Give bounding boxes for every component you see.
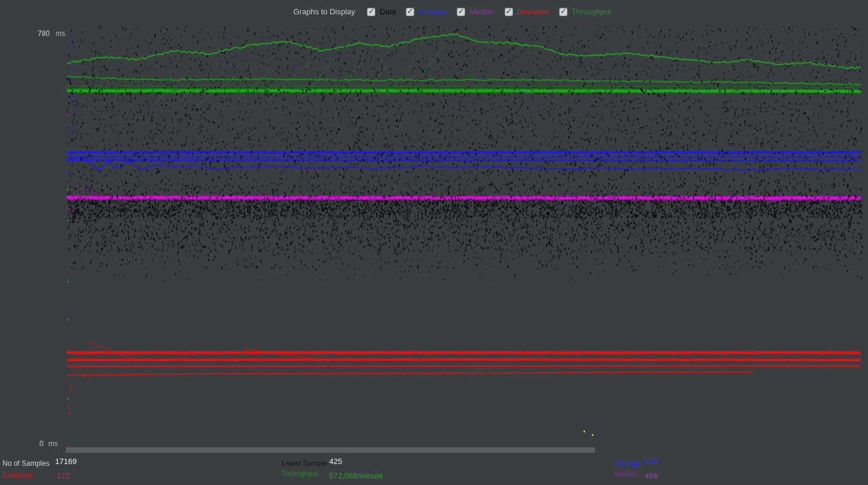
deviation-checkbox-label[interactable]: Deviation: [517, 7, 550, 16]
average-label: Average: [614, 459, 641, 468]
throughput-checkbox-label[interactable]: Throughput: [572, 7, 612, 16]
deviation-checkbox[interactable]: [505, 8, 513, 16]
throughput-checkbox[interactable]: [559, 8, 567, 16]
graphs-to-display-label: Graphs to Display: [293, 7, 355, 16]
graphs-to-display-bar: Graphs to Display Data Average Median De…: [293, 7, 611, 16]
median-label: Median: [614, 469, 638, 478]
throughput-label: Throughput: [281, 469, 318, 478]
graph-results-panel: { "toolbar": { "label": "Graphs to Displ…: [0, 0, 868, 485]
y-axis-max-label: 780ms: [38, 29, 65, 38]
average-checkbox[interactable]: [406, 8, 414, 16]
checkbox-group-deviation: Deviation: [505, 7, 550, 16]
y-axis-min-label: 0ms: [40, 440, 58, 448]
average-value: 539: [645, 457, 658, 466]
throughput-value: 572,068/minute: [329, 471, 383, 480]
graph-canvas: [0, 0, 868, 485]
latest-sample-value: 425: [329, 457, 342, 466]
median-checkbox[interactable]: [457, 8, 465, 16]
average-checkbox-label[interactable]: Average: [418, 7, 447, 16]
deviation-label: Deviation: [2, 471, 32, 480]
median-value: 456: [645, 471, 658, 480]
checkbox-group-median: Median: [457, 7, 495, 16]
median-checkbox-label[interactable]: Median: [469, 7, 495, 16]
no-of-samples-label: No of Samples: [2, 459, 50, 468]
y-axis-unit-bottom: ms: [48, 440, 58, 448]
y-axis-unit-top: ms: [56, 29, 65, 38]
checkbox-group-throughput: Throughput: [559, 7, 612, 16]
checkbox-group-data: Data: [367, 7, 396, 16]
y-axis-max-value: 780: [38, 29, 50, 38]
horizontal-scrollbar-thumb[interactable]: [66, 447, 595, 453]
data-checkbox-label[interactable]: Data: [380, 7, 396, 16]
latest-sample-label: Latest Sample: [281, 459, 327, 468]
checkbox-group-average: Average: [406, 7, 447, 16]
deviation-value: 172: [57, 471, 70, 480]
data-checkbox[interactable]: [367, 8, 375, 16]
no-of-samples-value: 17169: [55, 457, 77, 466]
y-axis-min-value: 0: [40, 440, 44, 448]
